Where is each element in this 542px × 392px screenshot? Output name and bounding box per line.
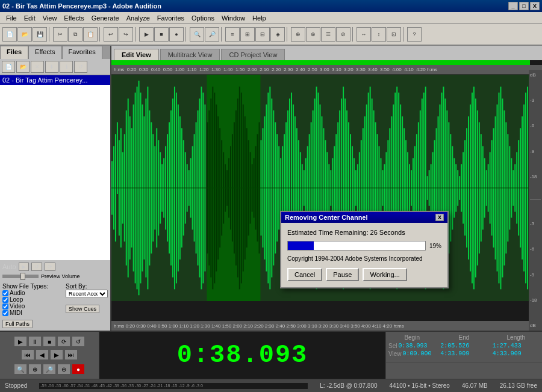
tb-redo[interactable]: ↪ — [119, 27, 133, 42]
tb-copy[interactable]: ⧉ — [68, 27, 83, 42]
tb-b4[interactable]: ◈ — [270, 27, 285, 42]
menu-favorites[interactable]: Favorites — [154, 14, 188, 22]
volume-thumb[interactable] — [20, 273, 25, 280]
panel-props-btn[interactable]: ℹ — [60, 61, 73, 73]
tb-record[interactable]: ● — [169, 27, 184, 42]
zoom-out-vert-button[interactable]: ⊖ — [57, 364, 70, 375]
audio-checkbox[interactable] — [2, 290, 8, 296]
progress-container: 19% — [287, 241, 441, 250]
loop-button[interactable]: ⟳ — [57, 336, 70, 347]
zoom-out-button[interactable]: 🔎 — [43, 364, 56, 375]
tb-b2[interactable]: ⊞ — [240, 27, 255, 42]
tb-b7[interactable]: ☰ — [321, 27, 335, 42]
volume-slider[interactable] — [2, 275, 39, 278]
menu-effects[interactable]: Effects — [60, 14, 87, 22]
tb-b12[interactable]: ? — [407, 27, 422, 42]
next-button[interactable]: ▶ — [50, 349, 63, 360]
play-button[interactable]: ▶ — [14, 336, 27, 347]
tb-sep1 — [49, 27, 51, 42]
tb-b11[interactable]: ⊡ — [387, 27, 401, 42]
show-cues-button[interactable]: Show Cues — [66, 305, 99, 313]
midi-checkbox[interactable] — [2, 310, 8, 316]
minimize-button[interactable]: _ — [508, 2, 518, 10]
record-button[interactable]: ● — [72, 364, 85, 375]
zoom-in-button[interactable]: 🔍 — [14, 364, 27, 375]
tb-save[interactable]: 💾 — [33, 27, 47, 42]
loop-btn[interactable]: ↺ — [31, 263, 42, 271]
menu-file[interactable]: File — [2, 14, 20, 22]
tb-cut[interactable]: ✂ — [53, 27, 67, 42]
full-paths-button[interactable]: Full Paths — [2, 320, 33, 328]
panel-tabs: Files Effects Favorites — [0, 46, 110, 59]
tb-stop[interactable]: ■ — [154, 27, 169, 42]
menu-generate[interactable]: Generate — [88, 14, 123, 22]
tb-b6[interactable]: ⊗ — [306, 27, 320, 42]
panel-open-btn[interactable]: 📂 — [16, 61, 30, 73]
menu-view[interactable]: View — [39, 14, 61, 22]
panel-new-btn[interactable]: 📄 — [2, 61, 15, 73]
repeat-button[interactable]: ↺ — [72, 336, 85, 347]
panel-loop-btn[interactable]: ↺ — [74, 61, 87, 73]
sort-by-select[interactable]: Recent Acce — [66, 290, 108, 298]
transport-controls: ▶ ⏸ ■ ⟳ ↺ ⏮ ◀ ▶ ⏭ 🔍 ⊕ 🔎 ⊖ ● — [0, 332, 99, 379]
tb-sep2 — [99, 27, 102, 42]
removing-center-channel-dialog[interactable]: Removing Center Channel X Estimated Time… — [280, 211, 449, 288]
tb-play[interactable]: ▶ — [139, 27, 154, 42]
menu-help[interactable]: Help — [249, 14, 270, 22]
pause-button[interactable]: Pause — [326, 268, 359, 281]
tb-b1[interactable]: ≡ — [225, 27, 240, 42]
tab-multitrack-view[interactable]: Multitrack View — [160, 49, 220, 60]
panel-import-btn[interactable]: ⬇ — [45, 61, 58, 73]
play-btn[interactable]: ▶ — [19, 263, 29, 271]
tab-favorites[interactable]: Favorites — [62, 46, 102, 59]
cancel-button[interactable]: Cancel — [287, 268, 322, 281]
tb-zoom-in[interactable]: 🔍 — [190, 27, 204, 42]
pause-button[interactable]: ⏸ — [28, 336, 42, 347]
tb-undo[interactable]: ↩ — [104, 27, 118, 42]
tb-b9[interactable]: ↔ — [357, 27, 371, 42]
sel-end-value: 2:05.526 — [440, 343, 469, 349]
tab-cd-project-view[interactable]: CD Project View — [221, 49, 285, 60]
tb-new[interactable]: 📄 — [2, 27, 17, 42]
title-bar-controls[interactable]: _ □ X — [508, 2, 540, 10]
menu-options[interactable]: Options — [188, 14, 218, 22]
tb-b8[interactable]: ⊘ — [336, 27, 350, 42]
waveform-area[interactable]: h:ms 0:20 0:30 0:40 0:50 1:00 1:10 1:20 … — [111, 60, 542, 331]
tab-edit-view[interactable]: Edit View — [114, 49, 159, 60]
stop-button[interactable]: ■ — [43, 336, 56, 347]
working-button[interactable]: Working... — [363, 268, 406, 281]
tb-open[interactable]: 📂 — [17, 27, 32, 42]
prev-cue-button[interactable]: ⏮ — [21, 349, 34, 360]
maximize-button[interactable]: □ — [519, 2, 529, 10]
file-list[interactable]: 02 - Bir Tag Attim Pencerey... — [0, 75, 110, 260]
midi-label: MIDI — [10, 310, 22, 316]
loop-checkbox[interactable] — [2, 297, 8, 303]
tb-b3[interactable]: ⊟ — [255, 27, 270, 42]
auto-play-btn[interactable]: ⟳ — [45, 263, 55, 271]
tb-zoom-out[interactable]: 🔎 — [205, 27, 219, 42]
prev-button[interactable]: ◀ — [36, 349, 49, 360]
tab-files[interactable]: Files — [0, 46, 28, 59]
dialog-title-bar[interactable]: Removing Center Channel X — [281, 212, 447, 223]
right-panel: Edit View Multitrack View CD Project Vie… — [111, 46, 542, 331]
tb-paste[interactable]: 📋 — [83, 27, 98, 42]
video-checkbox[interactable] — [2, 303, 8, 310]
tb-b10[interactable]: ↕ — [372, 27, 386, 42]
menu-window[interactable]: Window — [218, 14, 249, 22]
dialog-close-button[interactable]: X — [435, 214, 444, 221]
playhead-progress-bar — [111, 60, 530, 65]
close-button[interactable]: X — [530, 2, 540, 10]
tab-effects[interactable]: Effects — [28, 46, 61, 59]
progress-fill — [288, 241, 314, 250]
zoom-in-vert-button[interactable]: ⊕ — [28, 364, 42, 375]
next-cue-button[interactable]: ⏭ — [64, 349, 78, 360]
file-item[interactable]: 02 - Bir Tag Attim Pencerey... — [0, 75, 110, 85]
audio-label: Audio — [10, 290, 25, 296]
menu-analyze[interactable]: Analyze — [123, 14, 154, 22]
tb-sep4 — [185, 27, 188, 42]
length-header: Length — [493, 334, 540, 341]
show-file-types: Show File Types: Audio Loop Video — [2, 283, 108, 328]
tb-b5[interactable]: ⊕ — [291, 27, 305, 42]
menu-edit[interactable]: Edit — [20, 14, 39, 22]
panel-close-btn[interactable]: ✕ — [31, 61, 44, 73]
